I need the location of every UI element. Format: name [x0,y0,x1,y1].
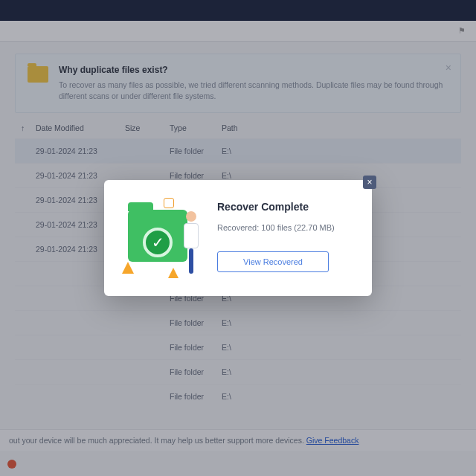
dialog-title: Recover Complete [217,201,354,213]
checkmark-icon: ✓ [143,228,173,257]
dialog-text: Recovered: 100 files (22.70 MB) [217,223,354,232]
tag-icon [164,198,174,208]
recover-complete-dialog: × ✓ Recover Complete Recovered: 100 file… [104,180,372,296]
modal-overlay: × ✓ Recover Complete Recovered: 100 file… [0,0,476,476]
dialog-body: Recover Complete Recovered: 100 files (2… [217,196,354,272]
close-icon[interactable]: × [363,176,376,189]
leaf-icon [168,268,178,278]
leaf-icon [122,262,134,274]
dialog-illustration: ✓ [122,196,204,278]
view-recovered-button[interactable]: View Recovered [217,251,329,272]
person-icon [180,211,202,274]
